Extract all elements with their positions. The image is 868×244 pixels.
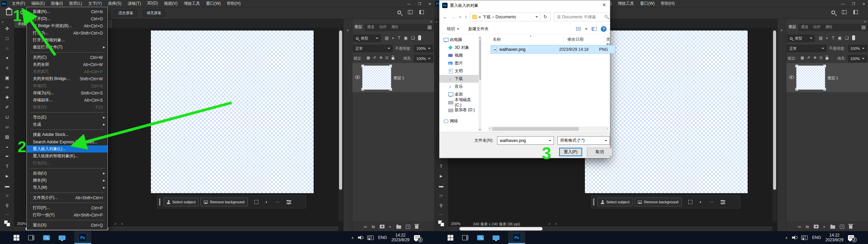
new-group-icon[interactable] <box>830 225 835 229</box>
frame-tool[interactable]: ▣ <box>0 73 14 83</box>
link-layers-icon[interactable]: ∞ <box>364 224 367 229</box>
sidebar-item[interactable]: 图片 <box>439 59 478 67</box>
zoom-tool[interactable]: ⚲ <box>434 201 448 210</box>
sidebar-item[interactable]: 新加卷 (D:) <box>439 106 478 114</box>
filter-pixel-icon[interactable]: ▤ <box>819 36 823 40</box>
file-row[interactable]: wallhaven.png 2023/9/29 14:18 PNG <box>491 45 615 53</box>
panel-expand-icon[interactable]: » <box>864 20 866 23</box>
adjustment-icon[interactable]: ◐ <box>265 200 268 204</box>
drag-handle[interactable] <box>159 198 160 206</box>
breadcrumb-part[interactable]: Documents <box>495 15 516 19</box>
menu-bar-item[interactable]: 窗口(W) <box>638 0 657 7</box>
layer-visibility-icon[interactable] <box>355 76 360 79</box>
file-list-scrollbar[interactable]: ‹› <box>488 126 609 131</box>
marquee-tool[interactable]: □ <box>0 34 14 43</box>
chevron-down-icon[interactable] <box>585 28 588 30</box>
opacity-select[interactable]: 100% <box>414 45 433 52</box>
start-button[interactable] <box>14 235 19 241</box>
lock-transparent-icon[interactable]: ▦ <box>367 56 370 60</box>
sidebar-item[interactable]: 音乐 <box>439 83 478 90</box>
file-menu-item[interactable]: 打包(G)... <box>27 160 107 167</box>
keyboard-icon[interactable] <box>801 236 808 240</box>
menu-bar-item[interactable]: 选择(S) <box>105 0 124 7</box>
vertical-scrollbar[interactable] <box>338 28 343 222</box>
lock-pixels-icon[interactable]: ✐ <box>807 56 810 60</box>
blend-mode-select[interactable]: 正常 <box>787 45 827 52</box>
panel-tab[interactable]: 属性 <box>823 23 835 31</box>
file-menu-item[interactable]: Search Adobe Express Templates... <box>27 138 107 145</box>
file-menu-item[interactable]: 存储为(A)... Shift+Ctrl+S <box>27 89 107 97</box>
layer-filter-select[interactable]: 类型 <box>353 35 381 42</box>
menu-bar-item[interactable]: 帮助(H) <box>224 0 243 7</box>
panel-tab[interactable]: 通道 <box>364 23 377 31</box>
clone-stamp-tool[interactable]: ⊔ <box>0 112 14 122</box>
volume-icon[interactable] <box>358 236 363 240</box>
select-subject-button[interactable]: Select subject <box>163 198 199 206</box>
color-swatches[interactable] <box>4 220 10 226</box>
brush-tool[interactable]: ✐ <box>0 102 14 112</box>
file-menu-item[interactable]: 打开(O)... Ctrl+O <box>27 15 107 22</box>
pen-tool[interactable]: ✒ <box>0 151 14 161</box>
lock-position-icon[interactable]: ✜ <box>379 56 382 60</box>
volume-icon[interactable] <box>792 236 797 240</box>
shape-tool[interactable]: ▬ <box>434 181 448 191</box>
layer-style-icon[interactable]: fx <box>372 225 375 229</box>
file-menu-item[interactable]: 生成 ▶ <box>27 121 107 128</box>
zoom-tool[interactable]: ⚲ <box>0 201 14 210</box>
panel-menu-icon[interactable] <box>428 26 432 26</box>
hand-tool[interactable]: ☞ <box>0 191 14 201</box>
filter-shape-icon[interactable]: ▣ <box>838 36 842 40</box>
minimize-icon[interactable]: — <box>841 2 845 6</box>
opacity-select[interactable]: 100% <box>848 45 867 52</box>
healing-brush-tool[interactable]: ✚ <box>0 93 14 102</box>
file-menu-item[interactable] <box>27 201 107 204</box>
remove-background-button[interactable]: Remove background <box>634 198 682 206</box>
object-selection-tool[interactable]: ✦ <box>0 53 14 63</box>
search-icon[interactable] <box>831 11 835 14</box>
transform-icon[interactable] <box>254 200 258 204</box>
eyedropper-tool[interactable]: ✑ <box>0 83 14 93</box>
gradient-tool[interactable]: ▨ <box>0 132 14 142</box>
sidebar-scrollbar[interactable]: ▲▼ <box>478 36 481 131</box>
file-menu-item[interactable]: 新建(N)... Ctrl+N <box>27 8 107 15</box>
sidebar-item[interactable]: 视频 <box>439 52 478 59</box>
menu-bar-item[interactable]: 增效工具 <box>181 0 202 7</box>
file-menu-item[interactable]: 退出(X) Ctrl+Q <box>27 222 107 229</box>
filter-smart-object-icon[interactable]: ❏ <box>411 36 415 40</box>
menu-bar-item[interactable]: 图层(L) <box>67 0 85 7</box>
menu-bar-item[interactable]: 文件(F) <box>9 0 27 7</box>
lasso-tool[interactable]: ○ <box>0 43 14 53</box>
adjustment-icon[interactable]: ◐ <box>699 200 702 204</box>
menu-bar-item[interactable]: 编辑(E) <box>29 0 47 7</box>
task-view-icon[interactable] <box>28 235 34 240</box>
delete-layer-icon[interactable] <box>415 225 418 229</box>
path-selection-tool[interactable]: ► <box>0 171 14 181</box>
layer-mask-icon[interactable] <box>380 225 384 228</box>
desktop-app-icon[interactable] <box>493 236 499 240</box>
sidebar-item[interactable]: 此电脑 <box>439 36 478 44</box>
layer-mask-icon[interactable] <box>814 225 818 228</box>
photoshop-taskbar-button[interactable]: Ps <box>508 231 525 244</box>
start-button[interactable] <box>448 235 453 241</box>
fill-select[interactable]: 100% <box>848 55 867 62</box>
menu-bar-item[interactable]: 视图(V) <box>162 0 180 7</box>
canvas-transparent[interactable] <box>151 30 314 193</box>
close-icon[interactable]: ✕ <box>863 2 865 6</box>
toolbar-expand-icon[interactable]: » <box>0 19 14 24</box>
type-tool[interactable]: T <box>0 161 14 171</box>
lock-artboard-icon[interactable]: ⊡ <box>820 56 823 60</box>
remove-background-button[interactable]: Remove background <box>200 198 248 206</box>
menu-bar-item[interactable]: 滤镜(T) <box>125 0 143 7</box>
zoom-level[interactable]: 200% <box>17 222 26 226</box>
cancel-button[interactable]: 取消 <box>587 148 612 156</box>
menu-bar-item[interactable]: 增效工具 <box>615 0 636 7</box>
fill-select[interactable]: 100% <box>414 55 433 62</box>
layer-name[interactable]: 图层 1 <box>828 76 838 81</box>
blur-tool[interactable]: ◒ <box>0 142 14 151</box>
file-menu-item[interactable]: 置入嵌入对象(L)... <box>27 145 107 152</box>
file-menu-item[interactable]: 存储副本... Alt+Ctrl+S <box>27 97 107 104</box>
file-menu-item[interactable]: 自动(U) ▶ <box>27 170 107 177</box>
layer-style-icon[interactable]: fx <box>806 225 809 229</box>
panel-tab[interactable]: 图层 <box>352 23 364 31</box>
breadcrumb-part[interactable]: 下载 <box>482 14 491 20</box>
